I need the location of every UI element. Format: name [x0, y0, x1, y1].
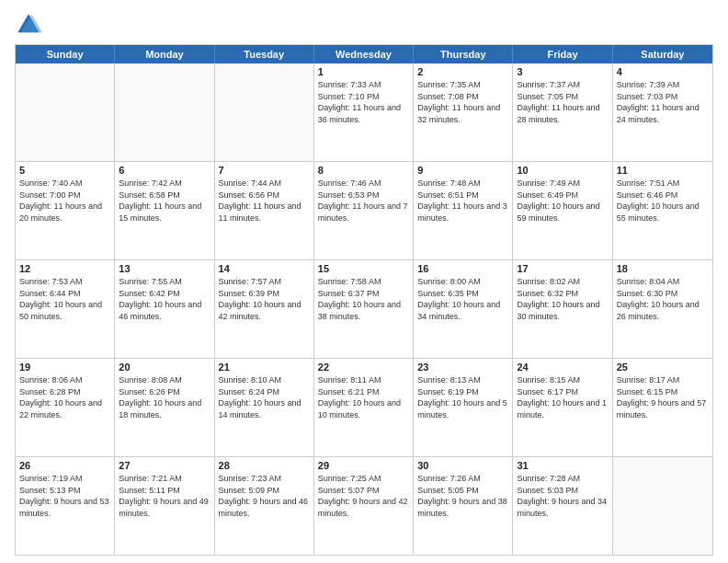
calendar-cell: 8Sunrise: 7:46 AM Sunset: 6:53 PM Daylig… [314, 162, 414, 259]
calendar-cell: 6Sunrise: 7:42 AM Sunset: 6:58 PM Daylig… [115, 162, 214, 259]
calendar-cell: 25Sunrise: 8:17 AM Sunset: 6:15 PM Dayli… [613, 359, 712, 456]
day-number: 24 [517, 362, 608, 373]
calendar-header-cell: Saturday [613, 45, 712, 63]
day-number: 15 [318, 263, 409, 274]
day-info: Sunrise: 7:26 AM Sunset: 5:05 PM Dayligh… [417, 473, 508, 519]
day-number: 9 [417, 165, 508, 176]
calendar-header-cell: Friday [513, 45, 612, 63]
day-number: 16 [417, 263, 508, 274]
calendar-cell: 21Sunrise: 8:10 AM Sunset: 6:24 PM Dayli… [215, 359, 314, 456]
calendar-cell: 17Sunrise: 8:02 AM Sunset: 6:32 PM Dayli… [513, 260, 612, 358]
calendar-cell: 30Sunrise: 7:26 AM Sunset: 5:05 PM Dayli… [414, 457, 513, 555]
calendar-cell: 31Sunrise: 7:28 AM Sunset: 5:03 PM Dayli… [513, 457, 612, 555]
day-number: 3 [517, 66, 608, 77]
day-info: Sunrise: 7:53 AM Sunset: 6:44 PM Dayligh… [19, 276, 110, 322]
day-info: Sunrise: 8:02 AM Sunset: 6:32 PM Dayligh… [517, 276, 608, 322]
calendar-cell: 27Sunrise: 7:21 AM Sunset: 5:11 PM Dayli… [115, 457, 214, 555]
day-info: Sunrise: 7:23 AM Sunset: 5:09 PM Dayligh… [219, 473, 310, 519]
day-number: 25 [617, 362, 709, 373]
day-number: 14 [219, 263, 310, 274]
calendar-cell [16, 63, 115, 161]
logo-icon [15, 11, 42, 39]
day-number: 20 [119, 362, 210, 373]
day-info: Sunrise: 7:21 AM Sunset: 5:11 PM Dayligh… [119, 473, 210, 519]
day-info: Sunrise: 8:00 AM Sunset: 6:35 PM Dayligh… [417, 276, 508, 322]
day-info: Sunrise: 8:15 AM Sunset: 6:17 PM Dayligh… [517, 374, 608, 420]
day-number: 29 [318, 460, 409, 471]
day-info: Sunrise: 8:11 AM Sunset: 6:21 PM Dayligh… [318, 374, 409, 420]
day-number: 23 [417, 362, 508, 373]
day-info: Sunrise: 8:10 AM Sunset: 6:24 PM Dayligh… [219, 374, 310, 420]
day-number: 5 [19, 165, 110, 176]
calendar-cell: 23Sunrise: 8:13 AM Sunset: 6:19 PM Dayli… [414, 359, 513, 456]
day-number: 18 [617, 263, 709, 274]
day-info: Sunrise: 7:33 AM Sunset: 7:10 PM Dayligh… [318, 79, 409, 125]
calendar-cell: 4Sunrise: 7:39 AM Sunset: 7:03 PM Daylig… [613, 63, 712, 161]
day-number: 12 [19, 263, 110, 274]
day-number: 30 [417, 460, 508, 471]
day-number: 10 [517, 165, 608, 176]
calendar-cell: 2Sunrise: 7:35 AM Sunset: 7:08 PM Daylig… [414, 63, 513, 161]
calendar-cell: 26Sunrise: 7:19 AM Sunset: 5:13 PM Dayli… [16, 457, 115, 555]
day-number: 6 [119, 165, 210, 176]
calendar-cell [215, 63, 314, 161]
day-info: Sunrise: 7:55 AM Sunset: 6:42 PM Dayligh… [119, 276, 210, 322]
day-info: Sunrise: 7:25 AM Sunset: 5:07 PM Dayligh… [318, 473, 409, 519]
day-number: 7 [219, 165, 310, 176]
calendar-cell: 10Sunrise: 7:49 AM Sunset: 6:49 PM Dayli… [513, 162, 612, 259]
day-number: 4 [617, 66, 709, 77]
calendar-cell: 1Sunrise: 7:33 AM Sunset: 7:10 PM Daylig… [314, 63, 414, 161]
calendar-cell: 22Sunrise: 8:11 AM Sunset: 6:21 PM Dayli… [314, 359, 414, 456]
calendar-cell: 16Sunrise: 8:00 AM Sunset: 6:35 PM Dayli… [414, 260, 513, 358]
day-number: 8 [318, 165, 409, 176]
calendar-cell: 13Sunrise: 7:55 AM Sunset: 6:42 PM Dayli… [115, 260, 214, 358]
day-number: 22 [318, 362, 409, 373]
calendar-cell: 20Sunrise: 8:08 AM Sunset: 6:26 PM Dayli… [115, 359, 214, 456]
day-info: Sunrise: 7:51 AM Sunset: 6:46 PM Dayligh… [617, 178, 709, 224]
day-info: Sunrise: 8:13 AM Sunset: 6:19 PM Dayligh… [417, 374, 508, 420]
calendar-header-cell: Sunday [16, 45, 115, 63]
calendar-body: 1Sunrise: 7:33 AM Sunset: 7:10 PM Daylig… [16, 63, 712, 555]
calendar-cell: 14Sunrise: 7:57 AM Sunset: 6:39 PM Dayli… [215, 260, 314, 358]
day-info: Sunrise: 7:39 AM Sunset: 7:03 PM Dayligh… [617, 79, 709, 125]
day-number: 27 [119, 460, 210, 471]
calendar-cell: 18Sunrise: 8:04 AM Sunset: 6:30 PM Dayli… [613, 260, 712, 358]
calendar-row: 19Sunrise: 8:06 AM Sunset: 6:28 PM Dayli… [16, 358, 712, 456]
calendar-cell: 19Sunrise: 8:06 AM Sunset: 6:28 PM Dayli… [16, 359, 115, 456]
calendar-header-cell: Monday [115, 45, 214, 63]
day-info: Sunrise: 8:08 AM Sunset: 6:26 PM Dayligh… [119, 374, 210, 420]
page: SundayMondayTuesdayWednesdayThursdayFrid… [0, 0, 728, 563]
calendar-cell: 29Sunrise: 7:25 AM Sunset: 5:07 PM Dayli… [314, 457, 414, 555]
day-info: Sunrise: 7:40 AM Sunset: 7:00 PM Dayligh… [19, 178, 110, 224]
day-info: Sunrise: 8:06 AM Sunset: 6:28 PM Dayligh… [19, 374, 110, 420]
day-info: Sunrise: 7:49 AM Sunset: 6:49 PM Dayligh… [517, 178, 608, 224]
day-number: 19 [19, 362, 110, 373]
day-info: Sunrise: 7:58 AM Sunset: 6:37 PM Dayligh… [318, 276, 409, 322]
day-info: Sunrise: 8:17 AM Sunset: 6:15 PM Dayligh… [617, 374, 709, 420]
day-info: Sunrise: 8:04 AM Sunset: 6:30 PM Dayligh… [617, 276, 709, 322]
calendar: SundayMondayTuesdayWednesdayThursdayFrid… [15, 44, 713, 556]
calendar-cell: 7Sunrise: 7:44 AM Sunset: 6:56 PM Daylig… [215, 162, 314, 259]
day-info: Sunrise: 7:28 AM Sunset: 5:03 PM Dayligh… [517, 473, 608, 519]
calendar-row: 5Sunrise: 7:40 AM Sunset: 7:00 PM Daylig… [16, 161, 712, 259]
calendar-header-row: SundayMondayTuesdayWednesdayThursdayFrid… [16, 45, 712, 63]
day-number: 11 [617, 165, 709, 176]
day-info: Sunrise: 7:48 AM Sunset: 6:51 PM Dayligh… [417, 178, 508, 224]
logo [15, 11, 46, 39]
calendar-cell: 24Sunrise: 8:15 AM Sunset: 6:17 PM Dayli… [513, 359, 612, 456]
day-info: Sunrise: 7:35 AM Sunset: 7:08 PM Dayligh… [417, 79, 508, 125]
day-number: 31 [517, 460, 608, 471]
calendar-cell: 12Sunrise: 7:53 AM Sunset: 6:44 PM Dayli… [16, 260, 115, 358]
day-info: Sunrise: 7:19 AM Sunset: 5:13 PM Dayligh… [19, 473, 110, 519]
calendar-header-cell: Wednesday [314, 45, 414, 63]
day-info: Sunrise: 7:44 AM Sunset: 6:56 PM Dayligh… [219, 178, 310, 224]
day-info: Sunrise: 7:42 AM Sunset: 6:58 PM Dayligh… [119, 178, 210, 224]
calendar-cell [613, 457, 712, 555]
calendar-header-cell: Tuesday [215, 45, 314, 63]
calendar-cell: 5Sunrise: 7:40 AM Sunset: 7:00 PM Daylig… [16, 162, 115, 259]
day-number: 26 [19, 460, 110, 471]
calendar-row: 12Sunrise: 7:53 AM Sunset: 6:44 PM Dayli… [16, 259, 712, 358]
calendar-cell: 15Sunrise: 7:58 AM Sunset: 6:37 PM Dayli… [314, 260, 414, 358]
day-number: 13 [119, 263, 210, 274]
calendar-cell: 28Sunrise: 7:23 AM Sunset: 5:09 PM Dayli… [215, 457, 314, 555]
